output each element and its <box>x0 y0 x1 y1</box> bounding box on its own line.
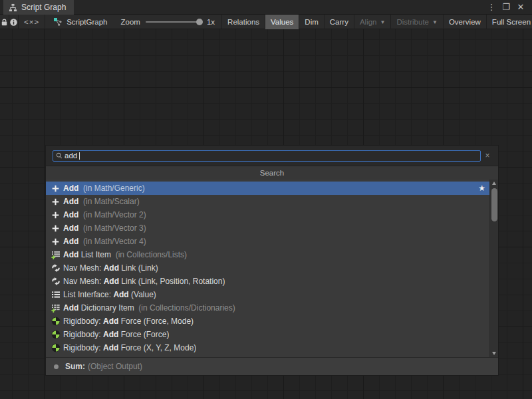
results-list: Add (in Math/Generic)★Add (in Math/Scala… <box>46 180 489 357</box>
scrollbar[interactable] <box>489 180 498 357</box>
toolbar-button-label: Dim <box>305 18 318 26</box>
chevron-down-icon: ▼ <box>380 19 386 25</box>
result-row[interactable]: List Interface: Add (Value) <box>46 288 489 301</box>
close-window-icon[interactable]: ✕ <box>515 1 527 13</box>
tab-script-graph[interactable]: Script Graph <box>3 0 74 15</box>
plus-icon <box>51 197 61 206</box>
toolbar-button-label: Distribute <box>396 18 429 26</box>
result-label: Rigidbody: Add Force (Force, Mode) <box>63 317 194 326</box>
maximize-icon[interactable]: ❐ <box>500 1 512 13</box>
rigidbody-icon <box>51 343 61 352</box>
scrollbar-thumb[interactable] <box>491 188 497 221</box>
plus-icon <box>51 237 61 246</box>
toolbar-button-label: Carry <box>330 18 348 26</box>
toolbar-button-label: Relations <box>227 18 259 26</box>
toolbar-button-label: Values <box>271 18 293 26</box>
result-row[interactable]: Add (in Math/Vector 2) <box>46 208 489 221</box>
graph-title-label: ScriptGraph <box>66 18 107 26</box>
result-row[interactable]: Add (in Math/Scalar) <box>46 195 489 208</box>
rigidbody-icon <box>51 330 61 339</box>
close-dialog-icon[interactable]: × <box>481 151 494 160</box>
info-button[interactable] <box>9 15 19 29</box>
code-preview-button[interactable]: <×> <box>19 15 45 29</box>
search-input[interactable]: add <box>53 150 481 162</box>
result-row[interactable]: Add (in Math/Generic)★ <box>46 182 489 195</box>
output-port-icon <box>54 364 59 369</box>
script-graph-icon <box>53 17 63 27</box>
toolbar-button-dim[interactable]: Dim <box>299 15 324 29</box>
result-row[interactable]: Rigidbody: Add Force (X, Y, Z, Mode) <box>46 341 489 354</box>
toolbar-button-label: Align <box>360 18 377 26</box>
plus-icon <box>51 210 61 219</box>
navmesh-icon <box>51 263 61 273</box>
zoom-slider-thumb[interactable] <box>196 19 203 25</box>
result-row[interactable]: Rigidbody: Add Force (Force) <box>46 328 489 341</box>
rigidbody-icon <box>51 317 61 326</box>
plus-icon <box>51 184 61 193</box>
result-label: List Interface: Add (Value) <box>63 290 156 299</box>
lock-icon <box>0 18 9 27</box>
toolbar-right-group: RelationsValuesDimCarryAlign▼Distribute▼… <box>222 15 532 29</box>
result-row[interactable]: Nav Mesh: Add Link (Link) <box>46 261 489 275</box>
window-controls: ⋮ ❐ ✕ <box>485 0 532 14</box>
result-label: Nav Mesh: Add Link (Link, Position, Rota… <box>63 277 225 286</box>
result-label: Add (in Math/Vector 2) <box>63 210 146 219</box>
result-row[interactable]: Rigidbody: Add Force (Force, Mode) <box>46 315 489 328</box>
result-label: Add (in Math/Scalar) <box>63 197 140 206</box>
toolbar-button-overview[interactable]: Overview <box>444 15 487 29</box>
toolbar-button-relations[interactable]: Relations <box>222 15 265 29</box>
result-row[interactable]: Add (in Math/Vector 3) <box>46 221 489 235</box>
toolbar-button-label: Overview <box>449 18 481 26</box>
navmesh-icon <box>51 277 61 286</box>
result-row[interactable]: Nav Mesh: Add Link (Link, Position, Rota… <box>46 275 489 288</box>
search-icon <box>56 152 63 159</box>
result-label: Add (in Math/Vector 3) <box>63 223 146 233</box>
toolbar-button-distribute: Distribute▼ <box>391 15 444 29</box>
result-label: Add Dictionary Item (in Collections/Dict… <box>63 303 235 313</box>
graph-hierarchy-icon <box>9 3 17 12</box>
footer-port-name: Sum: <box>65 362 85 371</box>
chevron-down-icon: ▼ <box>432 19 438 25</box>
list-icon <box>51 290 61 299</box>
titlebar: Script Graph ⋮ ❐ ✕ <box>0 0 532 15</box>
preview-footer: Sum:(Object Output) <box>46 357 498 375</box>
result-label: Add (in Math/Vector 4) <box>63 237 146 246</box>
text-cursor <box>79 152 80 160</box>
results-area: Add (in Math/Generic)★Add (in Math/Scala… <box>46 180 498 357</box>
search-header: Search <box>46 166 498 180</box>
zoom-value: 1x <box>207 18 215 26</box>
dict-add-icon <box>51 303 61 313</box>
tab-title: Script Graph <box>21 3 66 12</box>
result-label: Rigidbody: Add Force (X, Y, Z, Mode) <box>63 343 196 352</box>
scroll-down-icon[interactable] <box>490 350 499 357</box>
graph-title: ScriptGraph <box>45 15 114 29</box>
lock-button[interactable] <box>0 15 9 29</box>
info-icon <box>9 18 18 27</box>
search-query-text: add <box>65 151 77 161</box>
result-row[interactable]: Add (in Math/Vector 4) <box>46 235 489 248</box>
scroll-up-icon[interactable] <box>490 180 499 187</box>
result-label: Rigidbody: Add Force (Force) <box>63 330 169 339</box>
result-label: Add List Item (in Collections/Lists) <box>63 250 187 259</box>
toolbar-button-carry[interactable]: Carry <box>325 15 354 29</box>
plus-icon <box>51 223 61 233</box>
result-label: Nav Mesh: Add Link (Link) <box>63 263 158 273</box>
list-add-icon <box>51 250 61 259</box>
result-label: Add (in Math/Generic) <box>63 184 145 193</box>
favorite-star-icon[interactable]: ★ <box>478 184 487 193</box>
toolbar-button-values[interactable]: Values <box>265 15 299 29</box>
footer-port-type: (Object Output) <box>88 362 142 371</box>
toolbar-button-align: Align▼ <box>354 15 392 29</box>
zoom-label: Zoom <box>121 18 140 26</box>
search-row: add × <box>46 146 498 166</box>
graph-toolbar: <×> ScriptGraph Zoom 1x RelationsValuesD… <box>0 15 532 29</box>
zoom-control: Zoom 1x <box>114 15 223 29</box>
toolbar-button-full-screen[interactable]: Full Screen <box>487 15 532 29</box>
toolbar-button-label: Full Screen <box>492 18 531 26</box>
window-menu-icon[interactable]: ⋮ <box>485 1 497 13</box>
fuzzy-finder-dialog: add × Search Add (in Math/Generic)★Add (… <box>45 145 499 376</box>
result-row[interactable]: Add Dictionary Item (in Collections/Dict… <box>46 301 489 315</box>
result-row[interactable]: Add List Item (in Collections/Lists) <box>46 248 489 261</box>
zoom-slider[interactable] <box>146 21 201 23</box>
footer-text: Sum:(Object Output) <box>65 362 142 371</box>
